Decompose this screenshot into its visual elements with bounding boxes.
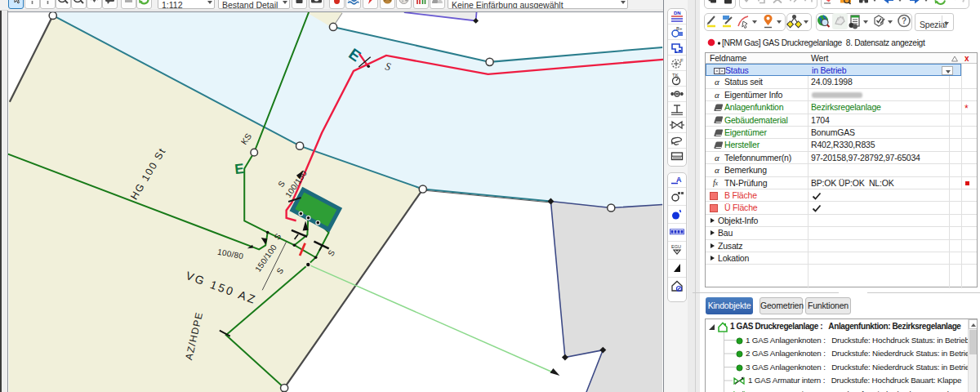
svg-text:A: A bbox=[676, 176, 682, 184]
svg-text:F: F bbox=[680, 58, 684, 63]
svg-text:DN: DN bbox=[674, 11, 681, 16]
svg-text:i: i bbox=[109, 0, 110, 2]
svg-text:?: ? bbox=[902, 16, 906, 25]
svg-text:E: E bbox=[234, 161, 244, 177]
svg-text:EGU: EGU bbox=[671, 244, 681, 249]
